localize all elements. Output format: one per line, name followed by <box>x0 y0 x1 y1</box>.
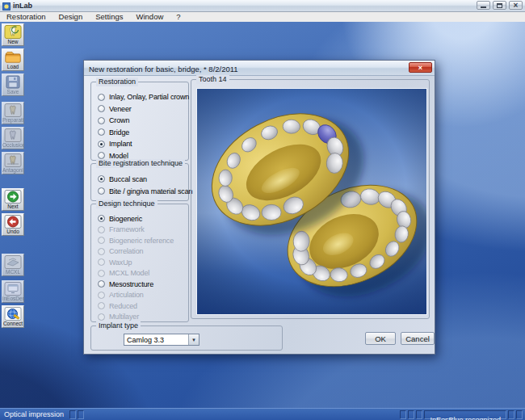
menu-item-window[interactable]: Window <box>130 12 170 22</box>
radio-button <box>98 237 105 244</box>
radio-label: Inlay, Onlay, Partial crown <box>109 93 189 101</box>
connect-globe-icon <box>2 306 23 321</box>
title-bar[interactable]: inLab × <box>0 0 525 12</box>
radio-label: Multilayer <box>109 313 139 321</box>
toolbar-load-button[interactable]: Load <box>2 48 24 71</box>
radio-button <box>98 270 105 277</box>
restoration-group-label: Restoration <box>96 78 138 86</box>
jaw-model-3d <box>197 89 426 314</box>
radio-button[interactable] <box>98 105 105 112</box>
dialog-title-bar[interactable]: New restoration for basic, bridge, * 8/2… <box>84 61 435 76</box>
toolbar-mcxl-button: MCXL <box>2 254 24 276</box>
toolbar-connect-button[interactable]: Connect <box>2 305 24 328</box>
tooth-label: Tooth 14 <box>196 75 229 84</box>
radio-label: WaxUp <box>109 258 132 267</box>
toolbar-label: Next <box>2 204 23 210</box>
app-logo-icon <box>2 2 10 10</box>
toolbar-label: Load <box>2 64 23 70</box>
bite-option-bite-gingiva-material-scan[interactable]: Bite / gingiva material scan <box>91 185 188 197</box>
design-option-framework: Framework <box>91 225 188 236</box>
bite-option-buccal-scan[interactable]: Buccal scan <box>91 173 188 185</box>
toolbar-ineosdemo-button: inEosDemo <box>2 280 24 303</box>
radio-button[interactable] <box>98 117 105 124</box>
design-option-correlation: Correlation <box>91 246 188 258</box>
design-option-mesostructure[interactable]: Mesostructure <box>91 279 188 290</box>
toolbar-occlusion-button: Occlusion <box>2 127 24 149</box>
radio-button[interactable] <box>98 280 105 288</box>
toolbar-label: Connect <box>2 321 23 327</box>
menu-item-design[interactable]: Design <box>52 12 90 22</box>
menu-item-settings[interactable]: Settings <box>89 12 129 22</box>
tooth-antagonist-icon <box>2 153 23 167</box>
restoration-group: Restoration Inlay, Onlay, Partial crownV… <box>90 82 189 161</box>
toolbar-undo-button[interactable]: Undo <box>2 213 24 236</box>
radio-label: Buccal scan <box>109 175 147 183</box>
toolbar-label: MCXL <box>2 269 23 275</box>
menu-item-help[interactable]: ? <box>170 12 187 22</box>
restoration-option-inlay-onlay-partial-crown[interactable]: Inlay, Onlay, Partial crown <box>91 91 188 103</box>
restoration-option-implant[interactable]: Implant <box>91 138 188 150</box>
maximize-icon[interactable] <box>493 1 506 10</box>
design-technique-group: Design technique BiogenericFrameworkBiog… <box>90 204 189 322</box>
design-option-biogeneric-reference: Biogeneric reference <box>91 235 188 246</box>
radio-button[interactable] <box>98 187 105 195</box>
radio-label: Crown <box>109 116 129 124</box>
implant-type-combobox[interactable]: Camlog 3.3 ▼ <box>124 334 200 346</box>
bite-registration-group: Bite registration technique Buccal scanB… <box>90 163 189 201</box>
new-restoration-dialog: New restoration for basic, bridge, * 8/2… <box>83 60 435 355</box>
menu-item-restoration[interactable]: Restoration <box>0 12 52 22</box>
restoration-option-crown[interactable]: Crown <box>91 115 188 127</box>
radio-button[interactable] <box>98 152 105 159</box>
status-cell <box>416 410 422 419</box>
radio-button-selected[interactable] <box>98 141 105 148</box>
cancel-button[interactable]: Cancel <box>401 332 435 345</box>
model-viewport[interactable] <box>196 88 427 315</box>
toolbar: NewLoadSavePreparationOcclusionAntagonis… <box>2 23 26 328</box>
toolbar-label: New <box>2 39 23 45</box>
radio-button[interactable] <box>98 128 105 136</box>
radio-label: Biogeneric reference <box>109 237 174 245</box>
radio-button-selected[interactable] <box>98 215 105 222</box>
status-cell <box>400 410 406 419</box>
radio-button[interactable] <box>98 94 105 101</box>
load-icon <box>2 49 23 64</box>
status-bar: Optical impression InEosBlue recognized <box>0 408 525 420</box>
tooth-preparation-icon <box>2 103 23 117</box>
toolbar-new-button[interactable]: New <box>2 23 24 46</box>
close-icon[interactable]: × <box>509 1 523 10</box>
design-group-label: Design technique <box>96 200 158 208</box>
ok-button[interactable]: OK <box>365 332 396 345</box>
toolbar-label: Antagonist <box>2 167 23 174</box>
radio-button <box>98 313 105 321</box>
combobox-dropdown-icon[interactable]: ▼ <box>188 334 199 345</box>
design-option-articulation: Articulation <box>91 290 188 301</box>
next-arrow-icon <box>2 189 23 204</box>
radio-button-selected[interactable] <box>98 175 105 183</box>
tooth-preview-group: Tooth 14 <box>191 79 430 319</box>
toolbar-preparation-button: Preparation <box>2 102 24 124</box>
status-left-text: Optical impression <box>0 410 68 418</box>
design-option-waxup: WaxUp <box>91 257 188 268</box>
toolbar-save-button: Save <box>2 74 24 96</box>
design-option-biogeneric[interactable]: Biogeneric <box>91 213 188 225</box>
dialog-close-icon[interactable]: × <box>409 62 432 73</box>
radio-button <box>98 258 105 266</box>
radio-label: Implant <box>109 140 132 148</box>
window-title: inLab <box>13 1 32 11</box>
radio-label: Bridge <box>109 128 129 136</box>
toolbar-label: Undo <box>2 229 23 235</box>
design-option-reduced: Reduced <box>91 300 188 312</box>
restoration-option-bridge[interactable]: Bridge <box>91 127 188 139</box>
toolbar-antagonist-button: Antagonist <box>2 152 24 174</box>
status-cell <box>508 410 514 419</box>
restoration-option-veneer[interactable]: Veneer <box>91 103 188 116</box>
radio-label: Mesostructure <box>109 280 153 288</box>
toolbar-label: Occlusion <box>2 142 23 149</box>
toolbar-next-button[interactable]: Next <box>2 188 24 211</box>
radio-label: Bite / gingiva material scan <box>109 187 192 195</box>
toolbar-label: inEosDemo <box>2 296 23 302</box>
minimize-icon[interactable] <box>477 1 490 10</box>
radio-label: Correlation <box>109 247 143 255</box>
save-icon <box>2 74 23 89</box>
radio-label: Veneer <box>109 105 132 113</box>
